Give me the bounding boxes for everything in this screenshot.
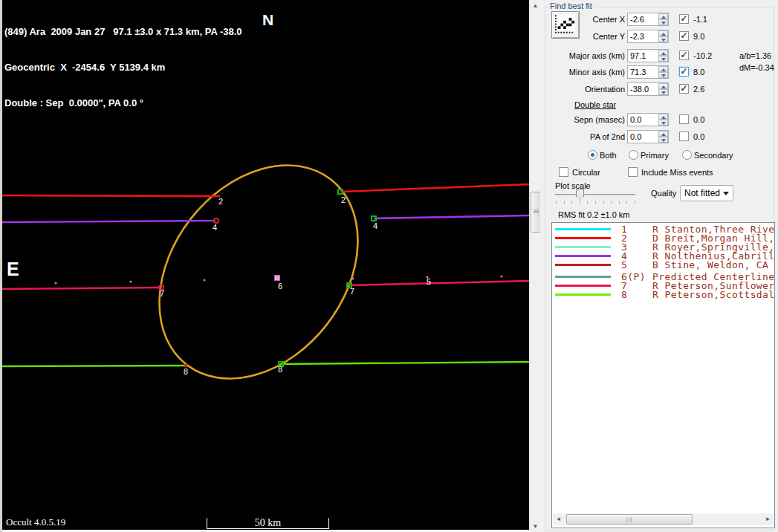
scale-bar: 50 km: [207, 518, 329, 529]
spinner-down-icon[interactable]: [658, 56, 668, 62]
scroll-down-icon[interactable]: ▼: [530, 521, 541, 532]
observer-legend-listbox[interactable]: 1R Stanton,Three Rive2D Breit,Morgan Hil…: [551, 222, 775, 528]
occult-window: 2244775886 (849) Ara 2009 Jan 27 97.1 ±3…: [0, 0, 778, 532]
spinner-up-icon[interactable]: [658, 114, 668, 120]
chord-4: [0, 215, 529, 222]
legend-row[interactable]: 5B Stine, Weldon, CA: [552, 261, 774, 270]
chord-number-label: 8: [278, 365, 282, 374]
chord-number-label: 7: [160, 289, 164, 298]
parameter-checkbox[interactable]: ✓: [679, 84, 689, 94]
spinner[interactable]: [658, 30, 668, 42]
parameter-label: Center X: [540, 15, 625, 24]
checkbox-label: Circular: [572, 168, 600, 177]
plot-scale-slider-track[interactable]: [555, 194, 635, 195]
parameter-row: PA of 2nd0.00.0: [540, 130, 778, 145]
radio-label: Both: [600, 151, 617, 160]
legend-chord-number: 5: [621, 261, 627, 270]
slider-tick: [626, 201, 627, 204]
parameter-row: Center X-2.6✓-1.1: [540, 13, 778, 27]
slider-tick: [564, 201, 565, 204]
slider-tick: [611, 201, 612, 204]
spinner-down-icon[interactable]: [658, 137, 668, 143]
parameter-input[interactable]: -2.6: [627, 13, 669, 26]
parameter-input[interactable]: 0.0: [627, 130, 669, 143]
parameter-input[interactable]: 0.0: [627, 113, 669, 126]
quality-dropdown[interactable]: Not fitted: [680, 185, 733, 201]
spinner-down-icon[interactable]: [658, 89, 668, 95]
spinner-up-icon[interactable]: [658, 131, 668, 137]
spinner-up-icon[interactable]: [658, 83, 668, 89]
chord-number-label: 4: [213, 223, 217, 232]
legend-color-line: [555, 293, 611, 296]
slider-tick: [571, 201, 572, 204]
spinner-up-icon[interactable]: [658, 66, 668, 72]
parameter-input[interactable]: 97.1: [627, 49, 669, 62]
north-direction-label: N: [262, 11, 273, 29]
spinner-up-icon[interactable]: [658, 50, 668, 56]
spinner-down-icon[interactable]: [658, 36, 668, 42]
radio-primary[interactable]: [629, 150, 638, 160]
spinner[interactable]: [658, 66, 668, 78]
parameter-input[interactable]: -2.3: [627, 30, 669, 43]
east-direction-label: E: [7, 259, 19, 280]
legend-row[interactable]: 8R Peterson,Scottsdal: [552, 291, 774, 299]
parameter-checkbox[interactable]: ✓: [679, 51, 689, 60]
quality-selected-value: Not fitted: [684, 188, 720, 198]
slider-tick: [587, 201, 588, 204]
chord-number-label: 4: [373, 221, 377, 230]
parameter-row: Center Y-2.3✓9.0: [540, 30, 778, 45]
spinner-down-icon[interactable]: [658, 72, 668, 78]
spinner[interactable]: [658, 83, 668, 95]
double-star-link[interactable]: Double star: [574, 100, 616, 109]
occultation-plot: 2244775886 (849) Ara 2009 Jan 27 97.1 ±3…: [0, 0, 529, 530]
slider-tick: [580, 201, 580, 204]
fitted-ellipse: [118, 126, 398, 418]
window-left-edge: [0, 0, 2, 532]
parameter-label: Sepn (masec): [540, 115, 625, 124]
spinner-down-icon[interactable]: [658, 120, 668, 126]
parameter-delta-value: 0.0: [693, 115, 704, 124]
rms-fit-text: RMS fit 0.2 ±1.0 km: [558, 210, 630, 219]
scroll-right-icon[interactable]: ►: [762, 513, 774, 525]
plot-title-line2: Geocentric X -2454.6 Y 5139.4 km: [4, 62, 242, 74]
plot-title-line3: Double : Sep 0.0000", PA 0.0 °: [4, 97, 242, 109]
legend-horizontal-scrollbar[interactable]: ◄ ||| ►: [553, 513, 774, 525]
plot-vertical-scrollbar[interactable]: ▲ ▼: [529, 0, 541, 532]
parameter-checkbox[interactable]: ✓: [679, 67, 689, 77]
checkbox-include-miss-events[interactable]: [628, 167, 638, 177]
spinner-down-icon[interactable]: [658, 19, 668, 25]
parameter-checkbox[interactable]: [679, 132, 689, 141]
find-best-fit-title: Find best fit: [548, 1, 594, 10]
parameter-input[interactable]: 71.3: [627, 65, 669, 79]
quality-label: Quality: [651, 189, 676, 198]
app-version-text: Occult 4.0.5.19: [6, 516, 65, 528]
spinner[interactable]: [658, 114, 668, 126]
parameter-delta-value: 9.0: [693, 32, 704, 41]
spinner[interactable]: [658, 13, 668, 25]
legend-color-line: [555, 276, 611, 278]
chord-number-label: 6: [278, 282, 282, 291]
radio-label: Secondary: [694, 151, 733, 160]
scroll-left-icon[interactable]: ◄: [553, 513, 564, 525]
slider-tick: [556, 201, 557, 204]
spinner-up-icon[interactable]: [658, 13, 668, 19]
spinner[interactable]: [658, 131, 668, 143]
parameter-delta-value: 0.0: [693, 132, 704, 141]
chord-number-label: 7: [350, 287, 354, 296]
parameter-input[interactable]: -38.0: [627, 82, 669, 96]
scroll-up-icon[interactable]: ▲: [530, 0, 541, 11]
spinner[interactable]: [658, 50, 668, 62]
radio-both[interactable]: [588, 150, 597, 160]
parameter-value: -2.6: [630, 15, 644, 24]
legend-color-line: [555, 264, 611, 266]
event-marker: [275, 276, 280, 281]
radio-secondary[interactable]: [682, 150, 692, 160]
vertical-scrollbar-thumb[interactable]: [531, 192, 541, 233]
checkbox-circular[interactable]: [559, 167, 568, 177]
spinner-up-icon[interactable]: [658, 30, 668, 36]
parameter-checkbox[interactable]: [679, 114, 689, 124]
parameter-label: Major axis (km): [540, 51, 625, 60]
parameter-checkbox[interactable]: ✓: [679, 14, 689, 24]
parameter-checkbox[interactable]: ✓: [679, 31, 689, 41]
horizontal-scrollbar-thumb[interactable]: |||: [566, 514, 693, 525]
